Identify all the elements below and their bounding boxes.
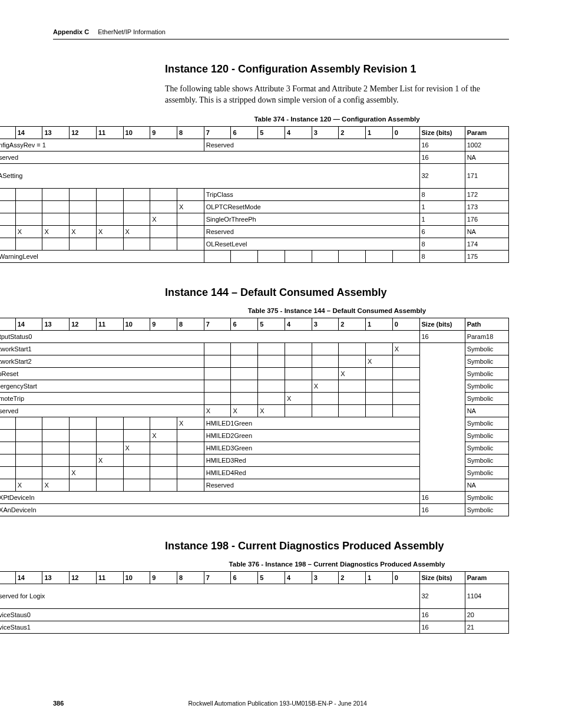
table-row: X SingleOrThreePh 1 176 — [0, 213, 509, 225]
sec198-title: Instance 198 - Current Diagnostics Produ… — [165, 540, 509, 552]
sec120-title: Instance 120 - Configuration Assembly Re… — [165, 63, 509, 75]
page-number: 386 — [53, 700, 64, 707]
sec120-para: The following table shows Attribute 3 Fo… — [165, 84, 509, 106]
sec144-title: Instance 144 – Default Consumed Assembly — [165, 286, 509, 299]
table-row: 5 OLResetLevel 8 174 — [0, 238, 509, 250]
th-param: Param — [465, 126, 508, 139]
table-row: XXX XXX Reserved 6 NA — [0, 225, 509, 238]
table-row: 3 DeviceStaus1 16 21 — [0, 621, 509, 633]
table-row: 3 DLXAnDeviceIn 16 Symbolic — [0, 503, 509, 516]
table-374: INT DINT 15141312 111098 7654 3210 Size … — [0, 126, 509, 263]
table-row: 2 1 DLXPtDeviceIn 16 Symbolic — [0, 491, 509, 503]
table-row: 4 3 TripClass 8 172 — [0, 188, 509, 200]
table-row: INT DINT 15141312 111098 7654 3210 Size … — [0, 318, 509, 330]
running-header: Appendix C EtherNet/IP Information — [53, 28, 509, 39]
table-row: OLWarningLevel 8 175 — [0, 250, 509, 262]
table-row: 1 NetworkStart1 X Symbolic — [0, 342, 509, 355]
table-row: 0 0 OutputStatus0 16 Param18 — [0, 330, 509, 342]
page-footer: 386 Rockwell Automation Publication 193-… — [53, 700, 509, 707]
chapter-label: EtherNet/IP Information — [98, 28, 166, 35]
table-376: INT DINT 15141312 111098 7654 3210 Size … — [0, 571, 509, 634]
table-row: 2 1 DeviceStaus0 16 20 — [0, 608, 509, 621]
table-row: 0 0 ConfigAssyRev = 1 Reserved 16 1002 — [0, 139, 509, 151]
table-row: INT DINT 15141312 111098 7654 3210 Size … — [0, 571, 509, 584]
appendix-label: Appendix C — [53, 28, 89, 35]
table-row: X OLPTCResetMode 1 173 — [0, 200, 509, 213]
sec120-caption: Table 374 - Instance 120 — Configuration… — [165, 116, 509, 123]
sec198-caption: Table 376 - Instance 198 – Current Diagn… — [165, 561, 509, 568]
th-size: Size (bits) — [419, 126, 465, 139]
table-row: 2 1 FLASetting 32 171 — [0, 163, 509, 176]
table-375: INT DINT 15141312 111098 7654 3210 Size … — [0, 318, 509, 516]
table-row: INT DINT 15141312 111098 7654 3210 Size … — [0, 126, 509, 139]
table-row: 1 Reserved 16 NA — [0, 151, 509, 163]
table-row: 0 0 Reserved for Logix 32 1104 — [0, 584, 509, 596]
sec144-caption: Table 375 - Instance 144 – Default Consu… — [165, 307, 509, 314]
publication-id: Rockwell Automation Publication 193-UM01… — [64, 700, 491, 707]
